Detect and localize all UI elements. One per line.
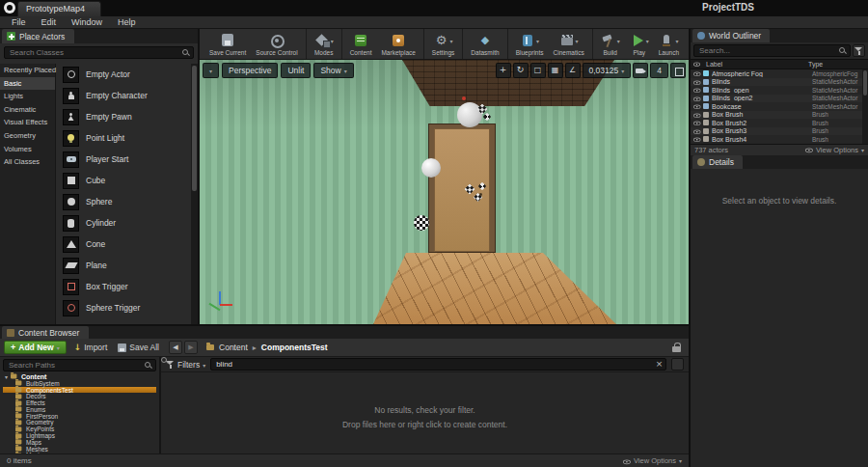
add-new-button[interactable]: Add New [4,341,67,354]
marketplace-button[interactable]: Marketplace [376,29,420,59]
outliner-row[interactable]: Box BrushBrush [691,111,868,120]
category-all-classes[interactable]: All Classes [0,155,55,169]
place-actor-cone[interactable]: Cone [56,234,198,255]
category-recently-placed[interactable]: Recently Placed [0,64,55,77]
lock-icon[interactable] [672,343,681,352]
scrollbar-thumb[interactable] [863,70,867,96]
outliner-filter-button[interactable] [853,44,865,57]
build-button[interactable]: Build [596,29,625,59]
forward-button[interactable]: ▶ [184,341,198,354]
place-actor-cube[interactable]: Cube [56,170,198,191]
category-basic[interactable]: Basic [0,77,55,91]
outliner-search-input[interactable] [693,44,851,57]
place-actor-sphere[interactable]: Sphere [56,191,198,212]
save-current-button[interactable]: Save Current [204,29,251,59]
blueprints-button[interactable]: Blueprints [511,29,549,59]
tab-content-browser[interactable]: Content Browser [2,326,89,339]
datasmith-button[interactable]: Datasmith [466,29,503,59]
tab-details[interactable]: Details [692,155,743,169]
view-mode-button[interactable]: Unlit [281,63,311,78]
visibility-eye-icon[interactable] [693,120,700,125]
place-actor-player-start[interactable]: Player Start [56,149,198,170]
category-cinematic[interactable]: Cinematic [0,103,55,117]
search-paths-input[interactable] [3,359,156,371]
save-search-button[interactable] [671,358,684,371]
save-all-button[interactable]: Save All [115,340,162,355]
translate-tool-button[interactable] [496,63,511,78]
viewport-scene[interactable]: Perspective Unlit Show 0,03125 4 [200,60,689,324]
checker-sphere-mesh[interactable] [414,215,429,231]
filters-button[interactable]: Filters [166,360,205,370]
search-classes-input[interactable] [4,46,194,59]
outliner-row[interactable]: Box Brush3Brush [691,127,868,136]
asset-search-input[interactable] [210,358,666,371]
asset-view[interactable]: Filters No results, check your filter. D… [161,357,689,453]
show-flags-button[interactable]: Show [313,63,353,78]
place-actor-empty-character[interactable]: Empty Character [56,85,198,106]
outliner-view-options[interactable]: View Options [804,146,864,154]
camera-speed-icon[interactable] [633,63,648,78]
white-sphere-mesh[interactable] [421,158,441,178]
import-button[interactable]: Import [71,340,111,355]
launch-button[interactable]: Launch [654,29,684,59]
category-lights[interactable]: Lights [0,90,55,103]
scale-snap-value[interactable]: 0,03125 [583,63,632,78]
outliner-row[interactable]: Atmospheric FogAtmosphericFog [691,69,868,78]
scrollbar-thumb[interactable] [192,66,197,191]
place-actor-plane[interactable]: Plane [56,255,198,276]
door-frame-mesh[interactable] [428,124,496,253]
scale-tool-button[interactable] [530,63,546,78]
outliner-row[interactable]: BlindsStaticMeshActor [691,78,868,87]
place-actor-sphere-trigger[interactable]: Sphere Trigger [56,297,198,318]
visibility-eye-icon[interactable] [693,136,700,142]
place-actor-empty-actor[interactable]: Empty Actor [56,64,198,85]
viewport[interactable]: Perspective Unlit Show 0,03125 4 [200,60,689,324]
settings-button[interactable]: Settings [427,29,460,59]
place-actor-point-light[interactable]: Point Light [56,127,198,149]
camera-speed-value[interactable]: 4 [650,63,668,78]
visibility-eye-icon[interactable] [693,112,700,118]
breadcrumb-componentstest[interactable]: ComponentsTest [261,343,328,352]
emitter-sprite[interactable] [483,113,491,121]
place-actors-tab[interactable]: Place Actors [2,29,74,43]
maximize-viewport-button[interactable] [670,63,686,78]
outliner-row[interactable]: BookcaseStaticMeshActor [691,102,868,111]
expand-arrow-icon[interactable]: ▾ [5,373,8,380]
category-visual-effects[interactable]: Visual Effects [0,116,55,129]
menu-window[interactable]: Window [64,16,110,28]
visibility-eye-icon[interactable] [693,128,700,134]
camera-mode-button[interactable]: Perspective [222,63,278,78]
column-label[interactable]: Label [706,61,808,68]
outliner-row[interactable]: Box Brush4Brush [691,135,868,144]
category-geometry[interactable]: Geometry [0,129,55,143]
visibility-eye-icon[interactable] [693,103,700,109]
place-actor-cylinder[interactable]: Cylinder [56,212,198,234]
menu-help[interactable]: Help [110,16,144,28]
outliner-row[interactable]: Blinds_open2StaticMeshActor [691,95,868,103]
menu-edit[interactable]: Edit [34,16,65,28]
visibility-eye-icon[interactable] [693,79,700,85]
menu-file[interactable]: File [4,16,34,28]
visibility-eye-icon[interactable] [693,87,700,93]
clear-search-button[interactable] [654,359,665,370]
content-view-options[interactable]: View Options [622,456,682,465]
play-button[interactable]: Play [625,29,654,59]
place-actors-scrollbar[interactable] [191,64,198,324]
visibility-eye-icon[interactable] [693,70,700,76]
modes-button[interactable]: Modes [310,29,339,59]
source-control-button[interactable]: Source Control [251,29,302,59]
tab-world-outliner[interactable]: World Outliner [692,29,770,42]
back-button[interactable]: ◀ [169,341,182,354]
breadcrumb-content[interactable]: Content [219,343,248,352]
category-volumes[interactable]: Volumes [0,143,55,156]
place-actor-empty-pawn[interactable]: Empty Pawn [56,106,198,127]
level-tab[interactable]: PrototypeMap4 [17,1,101,16]
column-type[interactable]: Type [808,61,868,68]
visibility-eye-icon[interactable] [693,96,700,101]
wood-floor-mesh[interactable] [373,253,619,324]
content-button[interactable]: Content [345,29,377,59]
viewport-options-button[interactable] [203,63,219,78]
rotate-tool-button[interactable] [513,63,529,78]
outliner-row[interactable]: Blinds_openStaticMeshActor [691,86,868,95]
outliner-scrollbar[interactable] [862,69,868,144]
